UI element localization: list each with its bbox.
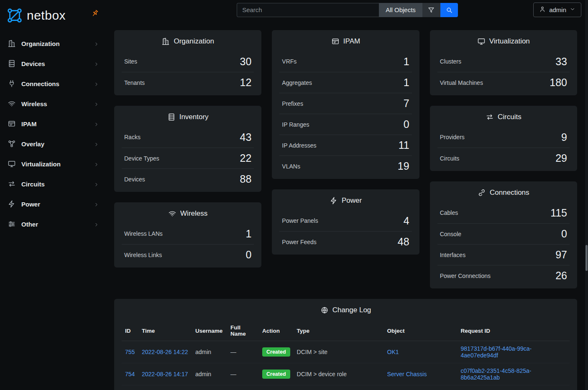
netbox-logo-icon[interactable]	[6, 7, 23, 24]
stat-label[interactable]: Console	[440, 231, 461, 237]
changelog-type: DCIM > module bay template	[294, 385, 384, 390]
filter-button[interactable]	[422, 3, 440, 17]
stat-label[interactable]: Power Feeds	[282, 239, 316, 245]
changelog-time-link[interactable]: 2022-08-26 14:22	[142, 349, 188, 355]
stat-label[interactable]: Prefixes	[282, 100, 303, 107]
stat-value[interactable]: 97	[555, 249, 567, 261]
changelog-request-id-link[interactable]: c07f0ab2-2351-4c58-825a-8b6a2425a1ab	[461, 367, 532, 381]
topbar: All Objects admin	[107, 0, 588, 20]
stat-value[interactable]: 88	[240, 173, 252, 185]
search-submit-button[interactable]	[440, 3, 458, 17]
monitor-icon	[477, 37, 486, 46]
stat-label[interactable]: Wireless Links	[124, 252, 162, 258]
stat-row: Sites 30	[122, 51, 254, 72]
sidebar-item-virtualization[interactable]: Virtualization	[3, 154, 103, 174]
caret-down-icon	[570, 6, 575, 13]
user-menu-button[interactable]: admin	[533, 3, 581, 17]
stat-value[interactable]: 48	[398, 236, 409, 248]
table-row: 755 2022-08-26 14:22 admin — Created DCI…	[122, 341, 570, 363]
card-connections: Connections Cables 115 Console 0 Interfa…	[430, 181, 577, 288]
stat-value[interactable]: 0	[245, 249, 251, 261]
card-header: Virtualization	[437, 30, 570, 51]
stat-value[interactable]: 9	[561, 131, 567, 143]
stat-value[interactable]: 29	[555, 152, 567, 164]
stat-value[interactable]: 1	[404, 56, 409, 68]
stat-value[interactable]: 12	[240, 76, 252, 89]
table-header-row: ID Time Username Full Name Action Type O…	[122, 321, 570, 341]
sliders-icon	[8, 220, 16, 228]
sidebar-item-connections[interactable]: Connections	[3, 74, 103, 94]
stat-value[interactable]: 0	[404, 118, 409, 130]
stat-value[interactable]: 19	[398, 160, 409, 172]
card-list-icon	[331, 37, 340, 46]
sidebar-item-wireless[interactable]: Wireless	[3, 94, 103, 114]
column-header-object: Object	[384, 321, 458, 341]
stat-value[interactable]: 11	[399, 139, 409, 151]
stat-value[interactable]: 43	[240, 131, 252, 143]
stat-label[interactable]: Providers	[440, 134, 465, 140]
brand-name[interactable]: netbox	[27, 8, 66, 23]
stat-label[interactable]: Power Connections	[440, 273, 491, 279]
stat-value[interactable]: 115	[550, 207, 567, 219]
stat-label[interactable]: Wireless LANs	[124, 230, 163, 237]
sidebar-item-label: Overlay	[21, 140, 44, 148]
sidebar-item-circuits[interactable]: Circuits	[3, 174, 103, 194]
stat-label[interactable]: IP Ranges	[282, 121, 309, 128]
monitor-icon	[8, 160, 16, 168]
sidebar-item-devices[interactable]: Devices	[3, 54, 103, 74]
changelog-object-link[interactable]: OK1	[387, 349, 399, 355]
stat-value[interactable]: 180	[550, 76, 567, 89]
stat-value[interactable]: 33	[555, 56, 567, 68]
stat-row: VLANs 19	[279, 155, 412, 176]
pin-sidebar-icon[interactable]	[89, 8, 101, 19]
stat-value[interactable]: 30	[240, 56, 252, 68]
stat-label[interactable]: Clusters	[440, 58, 461, 65]
stat-label[interactable]: VLANs	[282, 163, 300, 170]
search-input[interactable]	[237, 3, 379, 17]
changelog-id-link[interactable]: 754	[125, 371, 135, 377]
stat-label[interactable]: Racks	[124, 134, 141, 140]
stat-value[interactable]: 1	[404, 76, 409, 89]
stat-label[interactable]: Tenants	[124, 79, 145, 86]
stat-label[interactable]: Device Types	[124, 155, 159, 162]
card-header: Change Log	[122, 299, 570, 320]
card-power: Power Power Panels 4 Power Feeds 48	[272, 189, 419, 255]
card-title: Power	[342, 196, 362, 205]
changelog-object-text: OnboardAdministrator-2	[384, 385, 458, 390]
card-ipam: IPAM VRFs 1 Aggregates 1 Prefixes 7	[272, 30, 419, 179]
stat-label[interactable]: IP Addresses	[282, 142, 316, 149]
changelog-id-link[interactable]: 755	[125, 349, 135, 355]
changelog-object-link[interactable]: Server Chassis	[387, 371, 427, 377]
stat-label[interactable]: Devices	[124, 176, 145, 183]
changelog-table: ID Time Username Full Name Action Type O…	[122, 321, 570, 390]
stat-label[interactable]: Sites	[124, 58, 137, 65]
scrollbar-thumb[interactable]	[585, 245, 588, 271]
card-title: Organization	[174, 37, 214, 46]
stat-label[interactable]: Circuits	[440, 155, 460, 162]
building-icon	[8, 39, 16, 48]
stat-value[interactable]: 1	[245, 228, 251, 240]
sidebar-item-other[interactable]: Other	[3, 214, 103, 234]
stat-value[interactable]: 22	[240, 152, 252, 164]
funnel-icon	[427, 6, 435, 14]
sidebar-item-overlay[interactable]: Overlay	[3, 134, 103, 154]
stat-label[interactable]: Power Panels	[282, 217, 318, 224]
stat-label[interactable]: Interfaces	[440, 252, 465, 258]
changelog-username: admin	[192, 341, 227, 363]
stat-label[interactable]: Aggregates	[282, 79, 312, 86]
changelog-request-id-link[interactable]: 9817317d-b67f-440a-99ca-4ae07ede94df	[461, 345, 532, 359]
stat-value[interactable]: 4	[404, 215, 409, 227]
changelog-time-link[interactable]: 2022-08-26 14:17	[142, 371, 188, 377]
stat-value[interactable]: 7	[404, 97, 409, 110]
stat-label[interactable]: VRFs	[282, 58, 297, 65]
stat-label[interactable]: Virtual Machines	[440, 79, 483, 86]
stat-value[interactable]: 0	[561, 228, 567, 240]
stat-value[interactable]: 26	[555, 270, 567, 282]
sidebar-item-ipam[interactable]: IPAM	[3, 114, 103, 134]
search-scope-button[interactable]: All Objects	[379, 3, 422, 17]
sidebar-item-organization[interactable]: Organization	[3, 33, 103, 54]
stat-label[interactable]: Cables	[440, 209, 458, 216]
table-row: 753 2022-08-26 14:15 admin — Created DCI…	[122, 385, 570, 390]
sidebar-item-power[interactable]: Power	[3, 194, 103, 214]
changelog-type: DCIM > site	[294, 341, 384, 363]
